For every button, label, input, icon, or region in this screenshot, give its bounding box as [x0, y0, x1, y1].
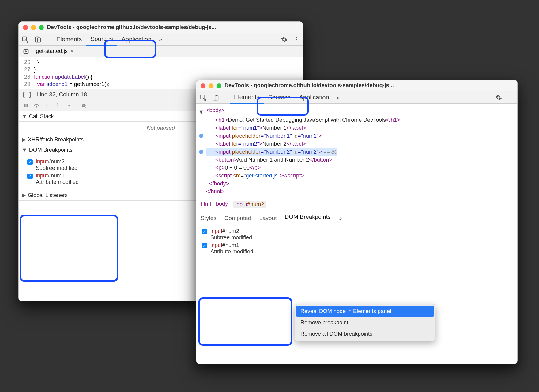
subtab-computed[interactable]: Computed — [224, 215, 251, 222]
step-over-icon[interactable] — [32, 102, 41, 109]
device-toggle-icon[interactable] — [32, 34, 44, 45]
main-toolbar: Elements Sources Application » ⋮ — [196, 91, 517, 104]
dom-breakpoint-item[interactable]: ✓ input#num1 Attribute modified — [202, 242, 514, 255]
step-into-icon[interactable] — [43, 102, 51, 109]
tab-application[interactable]: Application — [295, 91, 334, 103]
svg-rect-12 — [215, 96, 218, 100]
window-title: DevTools - googlechrome.github.io/devtoo… — [224, 82, 513, 89]
traffic-lights — [201, 83, 221, 88]
svg-rect-4 — [24, 104, 26, 107]
file-tabs: get-started.js × — [19, 46, 303, 57]
breakpoint-dot-icon[interactable] — [199, 150, 203, 154]
inspect-icon[interactable] — [19, 34, 32, 45]
svg-point-6 — [36, 106, 37, 107]
step-icon[interactable] — [63, 102, 72, 109]
svg-rect-5 — [27, 104, 28, 107]
elements-subtabs: Styles Computed Layout DOM Breakpoints » — [196, 211, 517, 225]
titlebar[interactable]: DevTools - googlechrome.github.io/devtoo… — [196, 80, 517, 91]
svg-point-8 — [57, 103, 58, 104]
svg-point-9 — [69, 105, 70, 106]
maximize-icon[interactable] — [39, 25, 44, 30]
more-tabs-icon[interactable]: » — [334, 92, 343, 103]
more-tabs-icon[interactable]: » — [156, 34, 165, 45]
breakpoint-dot-icon[interactable] — [199, 134, 203, 138]
cursor-location: Line 32, Column 18 — [36, 91, 87, 98]
dom-node-selected[interactable]: <input placeholder="Number 2" id="num2">… — [196, 148, 514, 156]
tab-elements[interactable]: Elements — [52, 33, 86, 45]
inspect-icon[interactable] — [196, 92, 209, 103]
device-toggle-icon[interactable] — [209, 92, 222, 103]
subtab-layout[interactable]: Layout — [259, 215, 277, 222]
gear-icon[interactable] — [492, 92, 505, 103]
context-menu: Reveal DOM node in Elements panel Remove… — [295, 304, 435, 341]
step-out-icon[interactable] — [53, 102, 62, 109]
deactivate-breakpoints-icon[interactable] — [80, 102, 88, 109]
breadcrumb[interactable]: html body input#num2 — [196, 198, 517, 211]
kebab-icon[interactable]: ⋮ — [291, 34, 303, 45]
close-icon[interactable]: × — [70, 48, 74, 54]
crumb-body[interactable]: body — [216, 201, 228, 208]
file-tab[interactable]: get-started.js × — [33, 47, 77, 56]
menu-item-remove-all[interactable]: Remove all DOM breakpoints — [296, 328, 434, 340]
kebab-icon[interactable]: ⋮ — [505, 92, 517, 103]
crumb-input[interactable]: input#num2 — [233, 201, 266, 208]
tab-elements[interactable]: Elements — [230, 91, 264, 104]
minimize-icon[interactable] — [209, 83, 213, 88]
navigator-toggle-icon[interactable] — [21, 47, 31, 56]
file-tab-label: get-started.js — [36, 48, 68, 54]
menu-item-remove[interactable]: Remove breakpoint — [296, 317, 434, 328]
minimize-icon[interactable] — [31, 25, 36, 30]
subtab-dom-breakpoints[interactable]: DOM Breakpoints — [285, 214, 330, 222]
svg-rect-2 — [37, 38, 40, 42]
svg-point-7 — [47, 107, 47, 108]
checkbox-icon[interactable]: ✓ — [202, 243, 207, 248]
menu-item-reveal[interactable]: Reveal DOM node in Elements panel — [296, 306, 434, 317]
pause-icon[interactable] — [22, 102, 30, 109]
checkbox-icon[interactable]: ✓ — [27, 159, 33, 165]
window-title: DevTools - googlechrome.github.io/devtoo… — [47, 24, 299, 31]
crumb-html[interactable]: html — [201, 201, 211, 208]
traffic-lights — [23, 25, 44, 30]
close-icon[interactable] — [23, 25, 28, 30]
tab-sources[interactable]: Sources — [264, 91, 295, 103]
dom-breakpoints-body: ✓ input#num2 Subtree modified ✓ input#nu… — [196, 225, 517, 259]
checkbox-icon[interactable]: ✓ — [27, 174, 33, 179]
main-toolbar: Elements Sources Application » ⋮ — [19, 33, 303, 46]
more-tabs-icon[interactable]: » — [338, 215, 342, 222]
dom-breakpoint-item[interactable]: ✓ input#num2 Subtree modified — [202, 228, 514, 241]
maximize-icon[interactable] — [217, 83, 221, 88]
gear-icon[interactable] — [278, 34, 291, 45]
checkbox-icon[interactable]: ✓ — [202, 229, 207, 234]
tab-application[interactable]: Application — [117, 33, 156, 45]
dom-tree[interactable]: ▼<body> <h1>Demo: Get Started Debugging … — [196, 104, 517, 198]
subtab-styles[interactable]: Styles — [201, 215, 217, 222]
titlebar[interactable]: DevTools - googlechrome.github.io/devtoo… — [19, 22, 303, 33]
pretty-print-icon[interactable]: { } — [22, 91, 32, 98]
tab-sources[interactable]: Sources — [86, 33, 117, 46]
close-icon[interactable] — [201, 83, 205, 88]
